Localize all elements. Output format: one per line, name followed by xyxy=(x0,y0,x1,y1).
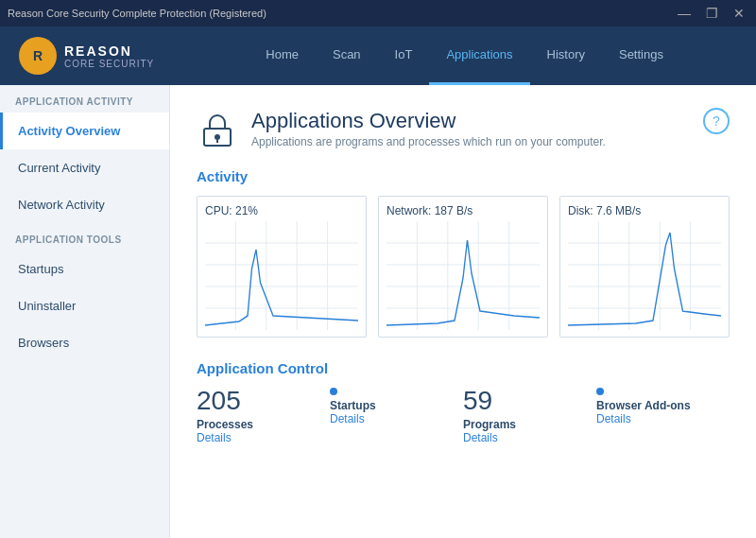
nav-scan[interactable]: Scan xyxy=(316,26,378,85)
close-button[interactable]: ✕ xyxy=(730,6,748,21)
page-header-left: Applications Overview Applications are p… xyxy=(197,108,606,149)
control-startups: Startups Details xyxy=(330,388,463,444)
disk-label: Disk: 7.6 MB/s xyxy=(568,204,721,217)
cpu-card: CPU: 21% xyxy=(197,196,367,338)
sidebar-item-current-activity[interactable]: Current Activity xyxy=(0,149,169,186)
sidebar-section-activity: Application Activity xyxy=(0,85,169,113)
logo-initial: R xyxy=(33,48,43,63)
nav-iot[interactable]: IoT xyxy=(378,26,430,85)
network-chart xyxy=(387,221,540,330)
disk-card: Disk: 7.6 MB/s xyxy=(559,196,730,338)
programs-number: 59 xyxy=(463,388,596,414)
page-title-text: Applications Overview Applications are p… xyxy=(251,109,606,148)
processes-label: Processes xyxy=(197,418,330,431)
network-label: Network: 187 B/s xyxy=(387,204,540,217)
nav-links: Home Scan IoT Applications History Setti… xyxy=(192,26,737,85)
page-subtitle: Applications are programs and processes … xyxy=(251,135,606,148)
titlebar-title: Reason Core Security Complete Protection… xyxy=(8,8,266,19)
logo-line1: REASON xyxy=(64,43,154,59)
titlebar: Reason Core Security Complete Protection… xyxy=(0,0,756,26)
processes-number: 205 xyxy=(197,388,330,414)
lock-icon xyxy=(197,108,238,149)
main-content: Applications Overview Applications are p… xyxy=(170,85,756,538)
nav-applications[interactable]: Applications xyxy=(429,26,529,85)
restore-button[interactable]: ❐ xyxy=(702,6,722,21)
activity-cards: CPU: 21% Network: 18 xyxy=(197,196,730,338)
help-button[interactable]: ? xyxy=(703,108,730,134)
layout: Application Activity Activity Overview C… xyxy=(0,85,756,538)
browser-addons-dot xyxy=(596,388,604,395)
titlebar-left: Reason Core Security Complete Protection… xyxy=(8,8,266,19)
sidebar-item-uninstaller[interactable]: Uninstaller xyxy=(0,287,169,324)
browser-addons-details[interactable]: Details xyxy=(596,412,730,425)
processes-details[interactable]: Details xyxy=(197,431,330,444)
sidebar-item-startups[interactable]: Startups xyxy=(0,251,169,287)
logo-text: REASON CORE SECURITY xyxy=(64,43,154,69)
sidebar-item-activity-overview[interactable]: Activity Overview xyxy=(0,113,169,149)
nav-history[interactable]: History xyxy=(530,26,602,85)
page-title: Applications Overview xyxy=(251,109,606,133)
sidebar-item-network-activity[interactable]: Network Activity xyxy=(0,186,169,223)
sidebar-item-browsers[interactable]: Browsers xyxy=(0,324,169,361)
startups-label: Startups xyxy=(330,399,463,412)
control-items: 205 Processes Details Startups Details 5… xyxy=(197,388,730,444)
logo-area: R REASON CORE SECURITY xyxy=(19,37,154,75)
network-card: Network: 187 B/s xyxy=(378,196,548,338)
logo-line2: CORE SECURITY xyxy=(64,59,154,69)
nav-home[interactable]: Home xyxy=(249,26,316,85)
disk-chart xyxy=(568,221,721,330)
programs-label: Programs xyxy=(463,418,596,431)
cpu-label: CPU: 21% xyxy=(205,204,358,217)
page-header: Applications Overview Applications are p… xyxy=(197,108,730,149)
logo-icon: R xyxy=(19,37,57,75)
app-control-section-title: Application Control xyxy=(197,360,730,376)
control-browser-addons: Browser Add-ons Details xyxy=(596,388,730,444)
control-programs: 59 Programs Details xyxy=(463,388,596,444)
activity-section-title: Activity xyxy=(197,168,730,184)
sidebar-section-tools: Application Tools xyxy=(0,223,169,251)
titlebar-controls: — ❐ ✕ xyxy=(674,6,748,21)
nav-settings[interactable]: Settings xyxy=(602,26,680,85)
programs-details[interactable]: Details xyxy=(463,431,596,444)
minimize-button[interactable]: — xyxy=(674,6,695,21)
browser-addons-label: Browser Add-ons xyxy=(596,399,730,412)
control-processes: 205 Processes Details xyxy=(197,388,330,444)
sidebar: Application Activity Activity Overview C… xyxy=(0,85,170,538)
cpu-chart xyxy=(205,221,358,330)
startups-dot xyxy=(330,388,337,395)
navbar: R REASON CORE SECURITY Home Scan IoT App… xyxy=(0,26,756,85)
startups-details[interactable]: Details xyxy=(330,412,463,425)
svg-point-1 xyxy=(215,134,220,140)
